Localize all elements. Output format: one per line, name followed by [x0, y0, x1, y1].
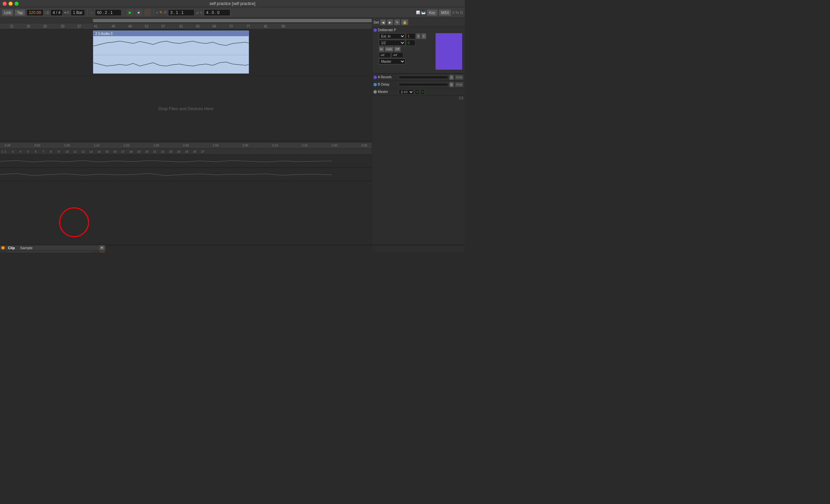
session-ruler-13: 13 — [89, 150, 93, 153]
sep2 — [124, 9, 124, 16]
midi-button[interactable]: MIDI — [439, 9, 451, 16]
metronome-icon: ●⊙ — [64, 10, 69, 14]
session-waveform-2 — [0, 168, 372, 180]
set-pencil-btn[interactable]: ✎ — [394, 19, 400, 25]
clip-block-purple — [436, 33, 462, 70]
record-button[interactable]: ● — [144, 9, 151, 16]
waveform-svg — [93, 36, 249, 74]
auto-button[interactable]: Auto — [385, 46, 394, 52]
deliberate-p-section: Deliberate P Ext. In 1 S C 1/2 0 — [372, 27, 465, 73]
btm-ruler-mark: 1:20 — [124, 144, 129, 147]
reverb-post-btn[interactable]: Post — [455, 75, 464, 80]
clip-tab[interactable]: Clip — [6, 245, 17, 250]
hw-label: D — [460, 11, 463, 14]
ruler-mark: 45 — [111, 25, 115, 28]
reverb-dot — [374, 76, 377, 79]
bars-indicator: | ||| — [45, 11, 49, 14]
c-button[interactable]: C — [421, 33, 426, 39]
in-button[interactable]: In — [379, 46, 384, 52]
input-select[interactable]: Ext. In — [379, 33, 405, 39]
ruler-mark: 57 — [161, 25, 165, 28]
waveform-icon: 📊 — [416, 11, 420, 14]
s-button[interactable]: S — [416, 33, 421, 39]
btm-ruler-mark: 0:40 — [5, 144, 11, 147]
orange-dot — [1, 246, 5, 249]
session-ruler-14: 14 — [97, 150, 101, 153]
btm-ruler-mark: 2:10 — [272, 144, 278, 147]
master-routing-select[interactable]: || 1/2 — [399, 89, 414, 95]
sub-input-select[interactable]: 1/2 — [379, 40, 405, 46]
delay-post-btn[interactable]: Post — [455, 82, 464, 87]
clip-expand-btn[interactable]: ▶ — [100, 252, 104, 252]
btm-ruler-mark: 2:00 — [242, 144, 248, 147]
expand-button[interactable]: ▼ — [99, 245, 104, 250]
reverb-fader[interactable] — [399, 76, 448, 79]
delay-fader[interactable] — [399, 83, 448, 86]
send-master: Master || 1/2 0 0 — [372, 88, 465, 96]
bpm-display[interactable]: 120.00 — [27, 9, 43, 16]
piano-icon: 🎹 — [421, 11, 425, 14]
set-lock-btn[interactable]: 🔒 — [401, 19, 408, 25]
session-waveform-1 — [0, 155, 372, 167]
session-ruler-9: 9 — [58, 150, 59, 153]
right-position-display[interactable]: 3 . 1 . 1 — [168, 9, 195, 16]
btm-ruler-mark: 1:40 — [183, 144, 189, 147]
minimize-button[interactable] — [9, 2, 12, 6]
session-fader-area — [372, 245, 465, 252]
toolbar-right: 📊 🎹 Key MIDI 0 % D — [416, 9, 463, 16]
sep3 — [153, 9, 154, 16]
bottom-ruler: 0:40 0:50 1:00 1:10 1:20 1:30 1:40 1:50 … — [0, 142, 372, 149]
grid-icon: ⊿ — [196, 11, 198, 14]
play-button[interactable]: ▶ — [127, 9, 134, 16]
set-controls: Set ◀ ▶ ✎ 🔒 — [372, 18, 465, 27]
session-ruler-24: 24 — [177, 150, 180, 153]
scroll-thumb[interactable] — [93, 19, 372, 22]
ruler-mark: 85 — [282, 25, 285, 28]
ruler-mark: 21 — [10, 25, 13, 28]
session-clip-row-1 — [106, 245, 372, 252]
session-ruler-10: 10 — [65, 150, 69, 153]
set-next-btn[interactable]: ▶ — [387, 19, 393, 25]
quantize-select[interactable]: 1 Bar — [71, 9, 85, 16]
bottom-section: Clip Sample ▼ 2 3-Audio-3 ◀ ▶ 0002 3-Aud… — [0, 245, 465, 252]
position-display[interactable]: 60 . 2 . 1 — [95, 9, 122, 16]
set-prev-btn[interactable]: ◀ — [380, 19, 386, 25]
tap-button[interactable]: Tap — [14, 9, 25, 16]
ruler-mark: 65 — [196, 25, 199, 28]
btm-ruler-mark: 1:10 — [94, 144, 100, 147]
off-button[interactable]: Off — [394, 46, 401, 52]
close-button[interactable] — [3, 2, 7, 6]
btm-ruler-mark: 1:50 — [213, 144, 219, 147]
maximize-button[interactable] — [14, 2, 19, 6]
vol-display-2: -inf — [391, 53, 404, 58]
session-ruler-1: 1 — [1, 150, 3, 153]
track-header-dp: Deliberate P — [374, 28, 464, 32]
session-right — [372, 245, 465, 252]
clip-name-field[interactable]: 2 3-Audio-3 — [7, 252, 93, 252]
top-scrollbar[interactable] — [0, 18, 372, 23]
right-position2[interactable]: 4 . 0 . 0 — [204, 9, 230, 16]
session-clips-area[interactable]: 1/2 — [106, 245, 372, 252]
vol-display-1: -inf — [379, 53, 391, 58]
track-name-dp: Deliberate P — [378, 28, 396, 32]
main-area: 21 25 29 33 37 41 45 49 53 57 61 65 69 7… — [0, 18, 465, 245]
time-signature[interactable]: 4 / 4 — [51, 9, 63, 16]
window-title: self practice [self practice] — [210, 1, 255, 6]
link-button[interactable]: Link — [2, 9, 13, 16]
session-ruler-12: 12 — [81, 150, 85, 153]
ruler-mark: 37 — [77, 25, 81, 28]
drop-zone[interactable]: Drop Files and Devices Here — [0, 76, 372, 142]
clip-prev-btn[interactable]: ◀ — [94, 252, 99, 252]
session-area: 1 2 3 4 5 6 7 8 9 10 11 12 13 14 15 16 1… — [0, 149, 372, 245]
stop-button[interactable]: ■ — [135, 9, 142, 16]
key-button[interactable]: Key — [426, 9, 438, 16]
audio-clip[interactable]: 2 3-Audio-3 — [93, 31, 249, 74]
session-ruler-23: 23 — [169, 150, 172, 153]
btm-ruler-mark: 2:20 — [302, 144, 308, 147]
delay-b-btn[interactable]: B — [449, 82, 454, 87]
sample-tab[interactable]: Sample — [18, 245, 35, 250]
reverb-a-btn[interactable]: A — [449, 75, 454, 80]
session-ruler-21: 21 — [153, 150, 156, 153]
master-select[interactable]: Master — [379, 58, 405, 64]
loop-icon: ↺ — [164, 10, 167, 14]
